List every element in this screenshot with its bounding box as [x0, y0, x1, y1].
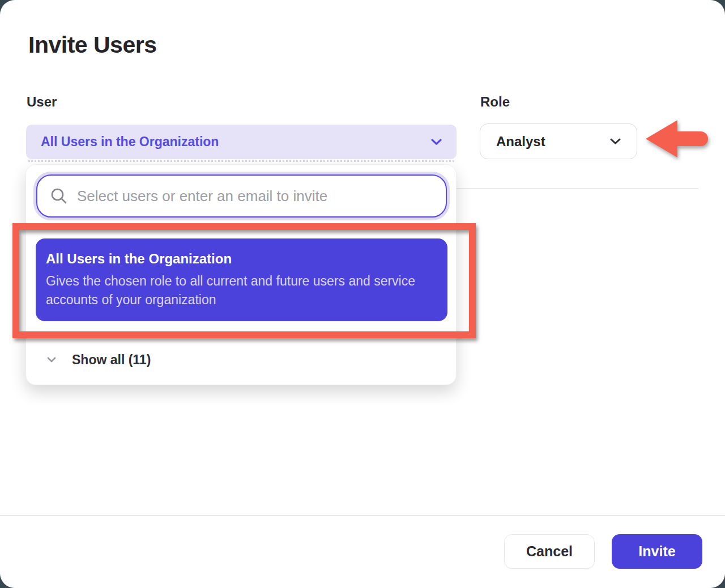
invite-button[interactable]: Invite — [612, 534, 702, 569]
chevron-down-icon — [610, 138, 621, 145]
chevron-down-icon — [431, 139, 442, 146]
option-description: Gives the chosen role to all current and… — [46, 272, 430, 309]
option-title: All Users in the Organization — [46, 251, 430, 267]
invite-users-dialog: Invite Users User Role All Users in the … — [0, 0, 725, 588]
chevron-down-icon — [47, 357, 56, 363]
page-title: Invite Users — [28, 32, 156, 58]
user-select-dotted-edge — [28, 160, 454, 162]
user-select[interactable]: All Users in the Organization — [26, 125, 457, 159]
cancel-button[interactable]: Cancel — [504, 534, 595, 569]
user-field-label: User — [27, 94, 57, 110]
user-dropdown-panel: All Users in the Organization Gives the … — [25, 164, 457, 385]
user-select-value: All Users in the Organization — [41, 134, 431, 150]
user-search-input[interactable] — [77, 188, 434, 205]
role-select[interactable]: Analyst — [480, 123, 637, 159]
role-field-label: Role — [480, 94, 510, 110]
search-icon — [50, 187, 68, 205]
option-all-users[interactable]: All Users in the Organization Gives the … — [36, 238, 447, 321]
show-all-toggle[interactable]: Show all (11) — [26, 345, 456, 374]
user-search-box[interactable] — [36, 174, 447, 218]
annotation-arrow-left-icon — [645, 118, 709, 160]
role-select-value: Analyst — [496, 134, 610, 150]
footer-divider — [0, 515, 725, 516]
show-all-label: Show all (11) — [72, 352, 151, 368]
